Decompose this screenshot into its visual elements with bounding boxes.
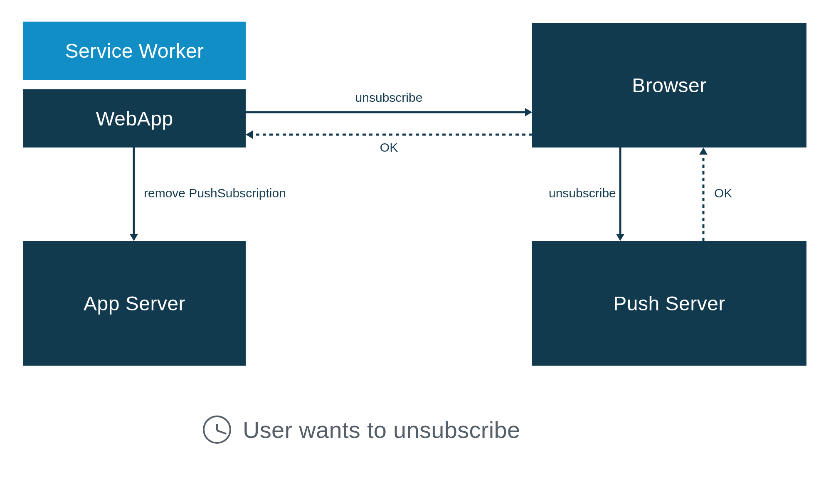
node-app-server-label: App Server	[84, 292, 185, 315]
svg-marker-1	[525, 108, 532, 116]
arrow-browser-to-webapp-ok	[246, 130, 532, 140]
label-browser-to-webapp-ok: OK	[246, 140, 532, 155]
node-app-server: App Server	[23, 241, 246, 366]
label-browser-to-pushserver: unsubscribe	[549, 186, 616, 200]
clock-icon	[203, 415, 231, 444]
node-push-server: Push Server	[532, 241, 806, 366]
svg-marker-5	[130, 234, 138, 241]
node-webapp-label: WebApp	[96, 107, 173, 130]
arrow-pushserver-to-browser-ok	[698, 148, 708, 241]
node-service-worker: Service Worker	[23, 22, 246, 80]
node-webapp: WebApp	[23, 89, 246, 148]
node-browser: Browser	[532, 23, 806, 148]
node-browser-label: Browser	[632, 74, 707, 97]
diagram-canvas: Service Worker WebApp Browser App Server…	[0, 0, 831, 504]
caption: User wants to unsubscribe	[203, 415, 520, 444]
arrow-webapp-to-browser	[246, 107, 532, 117]
svg-marker-3	[246, 130, 253, 139]
svg-marker-7	[616, 234, 624, 241]
label-webapp-to-browser: unsubscribe	[246, 91, 532, 105]
node-push-server-label: Push Server	[613, 292, 725, 315]
caption-text: User wants to unsubscribe	[243, 416, 520, 443]
label-pushserver-to-browser-ok: OK	[714, 186, 732, 200]
label-webapp-to-appserver: remove PushSubscription	[144, 186, 286, 200]
svg-marker-9	[699, 148, 708, 155]
node-service-worker-label: Service Worker	[65, 39, 204, 62]
arrow-webapp-to-appserver	[129, 148, 139, 241]
arrow-browser-to-pushserver	[615, 148, 625, 241]
